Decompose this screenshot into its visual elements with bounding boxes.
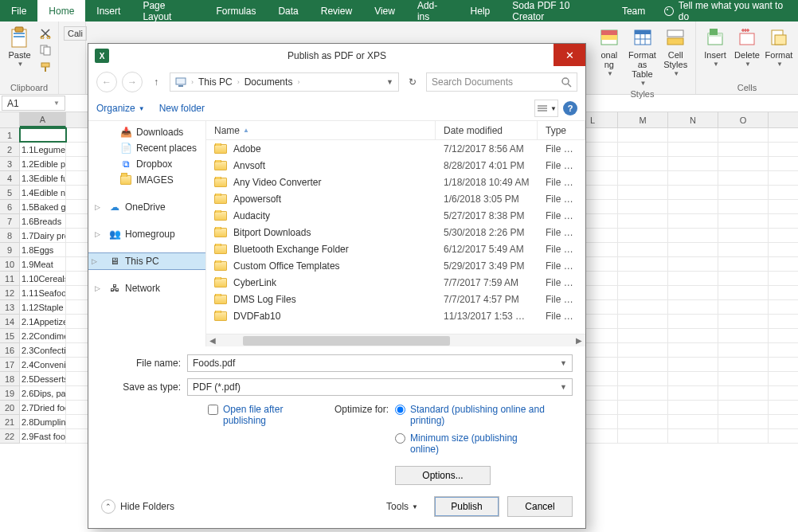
format-painter-button[interactable]	[37, 60, 53, 74]
row-header-3[interactable]: 3	[0, 157, 20, 171]
cell-A1[interactable]	[20, 128, 66, 142]
file-row[interactable]: Adobe7/12/2017 8:56 AMFile Folde	[206, 140, 585, 157]
row-header-11[interactable]: 11	[0, 272, 20, 286]
tools-button[interactable]: Tools▼	[386, 501, 418, 512]
cell-A11[interactable]: 1.10Cereals	[20, 272, 66, 285]
row-header-14[interactable]: 14	[0, 315, 20, 329]
cell-M7[interactable]	[618, 214, 668, 228]
cell-N9[interactable]	[668, 243, 718, 256]
tab-soda-pdf-10-creator[interactable]: Soda PDF 10 Creator	[501, 0, 611, 22]
cell-A22[interactable]: 2.9Fast food	[20, 429, 66, 443]
nav-up-button[interactable]: ↑	[147, 73, 165, 91]
cell-A4[interactable]: 1.3Edible fun	[20, 171, 66, 185]
file-row[interactable]: Bluetooth Exchange Folder6/12/2017 5:49 …	[206, 241, 585, 257]
row-header-17[interactable]: 17	[0, 358, 20, 372]
cell-M14[interactable]	[618, 315, 668, 328]
cell-M22[interactable]	[618, 429, 668, 443]
row-header-16[interactable]: 16	[0, 343, 20, 358]
col-header-A[interactable]: A	[20, 112, 66, 127]
cell-N5[interactable]	[668, 186, 718, 199]
cell-A3[interactable]: 1.2Edible pla	[20, 157, 66, 170]
cell-M15[interactable]	[618, 329, 668, 342]
scroll-thumb[interactable]	[243, 336, 450, 346]
tab-help[interactable]: Help	[460, 0, 502, 22]
col-header-O[interactable]: O	[718, 112, 769, 127]
cell-A9[interactable]: 1.8Eggs	[20, 243, 66, 256]
tab-view[interactable]: View	[363, 0, 406, 22]
nav-back-button[interactable]: ←	[96, 72, 117, 92]
cell-N17[interactable]	[668, 358, 718, 371]
cell-M16[interactable]	[618, 343, 668, 357]
row-header-20[interactable]: 20	[0, 401, 20, 415]
font-name-box[interactable]: Cali	[64, 26, 87, 41]
tab-file[interactable]: File	[0, 0, 37, 22]
close-button[interactable]: ✕	[554, 44, 585, 66]
cell-M11[interactable]	[618, 272, 668, 285]
address-bar[interactable]: › This PC › Documents › ▼	[170, 72, 399, 92]
cell-M9[interactable]	[618, 243, 668, 256]
cell-styles-button[interactable]: Cell Styles▼	[660, 23, 690, 78]
cell-N21[interactable]	[668, 415, 718, 428]
row-header-15[interactable]: 15	[0, 329, 20, 343]
cell-A18[interactable]: 2.5Desserts	[20, 372, 66, 385]
cell-O12[interactable]	[718, 286, 769, 299]
tab-review[interactable]: Review	[310, 0, 363, 22]
tab-data[interactable]: Data	[267, 0, 309, 22]
tree-images[interactable]: IMAGES	[88, 172, 205, 188]
tab-formulas[interactable]: Formulas	[205, 0, 267, 22]
tab-team[interactable]: Team	[611, 0, 656, 22]
row-header-9[interactable]: 9	[0, 243, 20, 257]
cell-O17[interactable]	[718, 358, 769, 371]
insert-cells-button[interactable]: Insert▼	[701, 23, 730, 68]
row-header-6[interactable]: 6	[0, 200, 20, 214]
tell-me-search[interactable]: Tell me what you want to do	[656, 0, 798, 22]
expander-icon[interactable]: ▷	[95, 284, 100, 292]
file-row[interactable]: CyberLink7/7/2017 7:59 AMFile Folde	[206, 274, 585, 291]
cell-A12[interactable]: 1.11Seafood	[20, 286, 66, 299]
cell-O19[interactable]	[718, 386, 769, 400]
cell-N16[interactable]	[668, 343, 718, 357]
expander-icon[interactable]: ▷	[95, 203, 100, 211]
cell-M6[interactable]	[618, 200, 668, 213]
tree-homegroup[interactable]: ▷👥Homegroup	[88, 226, 205, 242]
cell-A17[interactable]: 2.4Convenier	[20, 358, 66, 371]
help-button[interactable]: ?	[563, 101, 577, 115]
cell-A19[interactable]: 2.6Dips, past	[20, 386, 66, 400]
cell-A13[interactable]: 1.12Staple fo	[20, 300, 66, 314]
file-row[interactable]: Any Video Converter1/18/2018 10:49 AMFil…	[206, 174, 585, 190]
cell-N14[interactable]	[668, 315, 718, 328]
cell-N20[interactable]	[668, 401, 718, 414]
row-header-5[interactable]: 5	[0, 186, 20, 200]
cell-N19[interactable]	[668, 386, 718, 400]
chevron-down-icon[interactable]: ▼	[560, 383, 567, 391]
cell-O18[interactable]	[718, 372, 769, 385]
header-type[interactable]: Type	[538, 121, 585, 139]
cell-M19[interactable]	[618, 386, 668, 400]
file-row[interactable]: Anvsoft8/28/2017 4:01 PMFile Folde	[206, 157, 585, 174]
nav-tree[interactable]: 📥Downloads 📄Recent places ⧉Dropbox IMAGE…	[88, 121, 206, 346]
cell-M12[interactable]	[618, 286, 668, 299]
cell-A8[interactable]: 1.7Dairy prod	[20, 229, 66, 242]
format-as-table-button[interactable]: Format as Table▼	[628, 23, 658, 88]
file-row[interactable]: DMS Log Files7/7/2017 4:57 PMFile Folde	[206, 291, 585, 307]
file-list-body[interactable]: Adobe7/12/2017 8:56 AMFile FoldeAnvsoft8…	[206, 140, 585, 334]
tree-network[interactable]: ▷🖧Network	[88, 280, 205, 296]
tab-page-layout[interactable]: Page Layout	[131, 0, 205, 22]
tab-home[interactable]: Home	[37, 0, 85, 22]
options-button[interactable]: Options...	[395, 466, 491, 485]
file-row[interactable]: Audacity5/27/2017 8:38 PMFile Folde	[206, 207, 585, 224]
cell-O3[interactable]	[718, 157, 769, 170]
cell-O13[interactable]	[718, 300, 769, 314]
copy-button[interactable]	[37, 43, 53, 57]
select-all-corner[interactable]	[0, 112, 20, 127]
cell-O7[interactable]	[718, 214, 769, 228]
new-folder-button[interactable]: New folder	[159, 103, 205, 114]
cell-O15[interactable]	[718, 329, 769, 342]
cell-O22[interactable]	[718, 429, 769, 443]
header-name[interactable]: Name▲	[206, 121, 436, 139]
cut-button[interactable]	[37, 26, 53, 41]
cell-O11[interactable]	[718, 272, 769, 285]
file-row[interactable]: DVDFab1011/13/2017 1:53 PMFile Folde	[206, 307, 585, 324]
row-header-13[interactable]: 13	[0, 300, 20, 315]
name-box[interactable]: A1▼	[2, 96, 65, 111]
